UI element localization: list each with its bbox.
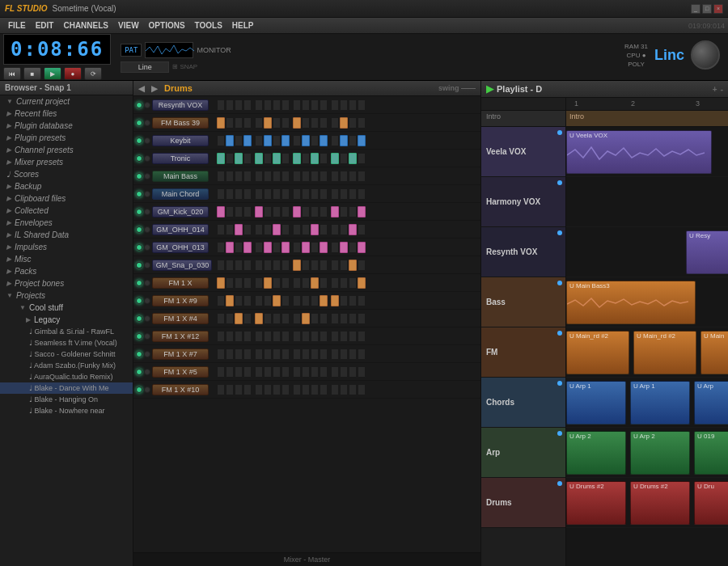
- pad[interactable]: [302, 313, 310, 324]
- browser-file-seamless[interactable]: ♩ Seamless ft V.ime (Vocal): [0, 337, 133, 348]
- channel-active-led[interactable]: [136, 315, 142, 322]
- pad[interactable]: [340, 224, 348, 235]
- pad[interactable]: [235, 117, 243, 129]
- track-label-bass[interactable]: Bass: [481, 277, 565, 327]
- pad[interactable]: [264, 153, 272, 164]
- pad[interactable]: [293, 348, 301, 360]
- pad[interactable]: [320, 260, 328, 271]
- browser-item-envelopes[interactable]: ▶ Envelopes: [0, 217, 133, 229]
- pad[interactable]: [235, 260, 243, 271]
- pad[interactable]: [358, 224, 366, 235]
- pad[interactable]: [226, 366, 234, 378]
- channel-active-led[interactable]: [136, 226, 142, 233]
- pad[interactable]: [293, 295, 301, 306]
- pad[interactable]: [340, 242, 348, 253]
- pad[interactable]: [302, 348, 310, 360]
- browser-item-scores[interactable]: ♩ Scores: [0, 168, 133, 180]
- pad[interactable]: [302, 135, 310, 146]
- pad[interactable]: [235, 135, 243, 146]
- pad[interactable]: [302, 188, 310, 200]
- pad[interactable]: [264, 331, 272, 342]
- pad[interactable]: [293, 206, 301, 218]
- pad[interactable]: [255, 242, 263, 253]
- pad[interactable]: [255, 117, 263, 129]
- pad[interactable]: [293, 135, 301, 146]
- pad[interactable]: [293, 242, 301, 253]
- track-label-resynth-vox[interactable]: Resynth VOX: [481, 227, 565, 277]
- pad[interactable]: [311, 313, 319, 324]
- browser-item-collected[interactable]: ▶ Collected: [0, 205, 133, 217]
- pad[interactable]: [320, 331, 328, 342]
- browser-item-recent-files[interactable]: ▶ Recent files: [0, 108, 133, 120]
- browser-item-projects[interactable]: ▼ Projects: [0, 289, 133, 302]
- pad[interactable]: [320, 117, 328, 129]
- browser-item-plugin-presets[interactable]: ▶ Plugin presets: [0, 132, 133, 144]
- pad[interactable]: [255, 313, 263, 324]
- pad[interactable]: [226, 153, 234, 164]
- loop-button[interactable]: ⟳: [84, 67, 102, 80]
- channel-solo-led[interactable]: [144, 386, 150, 393]
- pad[interactable]: [217, 313, 225, 324]
- browser-item-project-bones[interactable]: ▶ Project bones: [0, 277, 133, 289]
- pad[interactable]: [243, 135, 252, 146]
- pad[interactable]: [226, 384, 234, 395]
- pad[interactable]: [293, 313, 301, 324]
- pad[interactable]: [255, 99, 263, 111]
- clip-drums-3[interactable]: U Dru: [694, 481, 728, 525]
- pad[interactable]: [273, 171, 281, 182]
- pad[interactable]: [320, 366, 328, 378]
- pad[interactable]: [311, 171, 319, 182]
- channel-name-btn-fm1x5[interactable]: FM 1 X #5: [152, 366, 209, 378]
- pad[interactable]: [331, 313, 339, 324]
- pad[interactable]: [235, 206, 243, 218]
- pad[interactable]: [226, 331, 234, 342]
- pad[interactable]: [358, 384, 366, 395]
- pad[interactable]: [340, 348, 348, 360]
- pad[interactable]: [302, 99, 310, 111]
- pad[interactable]: [273, 206, 281, 218]
- pad[interactable]: [243, 277, 252, 289]
- channel-solo-led[interactable]: [144, 262, 150, 268]
- channel-solo-led[interactable]: [144, 315, 150, 322]
- pad[interactable]: [358, 295, 366, 306]
- menu-file[interactable]: FILE: [3, 19, 31, 32]
- pad[interactable]: [281, 153, 290, 164]
- rewind-button[interactable]: ⏮: [3, 67, 21, 80]
- pad[interactable]: [235, 313, 243, 324]
- pad[interactable]: [217, 348, 225, 360]
- pad[interactable]: [281, 99, 290, 111]
- pad[interactable]: [331, 171, 339, 182]
- pad[interactable]: [320, 313, 328, 324]
- channel-active-led[interactable]: [136, 191, 142, 197]
- channel-active-led[interactable]: [136, 333, 142, 340]
- pad[interactable]: [264, 384, 272, 395]
- nav-right-icon[interactable]: ▶: [151, 84, 158, 93]
- pad[interactable]: [340, 117, 348, 129]
- pad[interactable]: [358, 117, 366, 129]
- pad[interactable]: [331, 117, 339, 129]
- pad[interactable]: [349, 153, 357, 164]
- pad[interactable]: [320, 384, 328, 395]
- pad[interactable]: [311, 260, 319, 271]
- channel-active-led[interactable]: [136, 262, 142, 268]
- pad[interactable]: [358, 331, 366, 342]
- track-label-harmony-vox[interactable]: Harmony VOX: [481, 177, 565, 227]
- channel-name-btn-main-bass[interactable]: Main Bass: [152, 171, 209, 182]
- pad[interactable]: [340, 295, 348, 306]
- pad[interactable]: [302, 295, 310, 306]
- browser-item-shared-data[interactable]: ▶ IL Shared Data: [0, 229, 133, 241]
- pad[interactable]: [235, 188, 243, 200]
- browser-file-gimbal[interactable]: ♩ Gimbal & Si.rial - RawFL: [0, 326, 133, 337]
- clip-main-rd-3[interactable]: U Main: [700, 331, 728, 374]
- menu-view[interactable]: VIEW: [113, 19, 144, 32]
- pad[interactable]: [349, 206, 357, 218]
- pad[interactable]: [217, 331, 225, 342]
- browser-item-plugin-database[interactable]: ▶ Plugin database: [0, 120, 133, 132]
- pad[interactable]: [243, 366, 252, 378]
- pad[interactable]: [293, 99, 301, 111]
- pad[interactable]: [264, 295, 272, 306]
- pad[interactable]: [255, 224, 263, 235]
- pad[interactable]: [281, 348, 290, 360]
- channel-active-led[interactable]: [136, 244, 142, 251]
- pad[interactable]: [349, 348, 357, 360]
